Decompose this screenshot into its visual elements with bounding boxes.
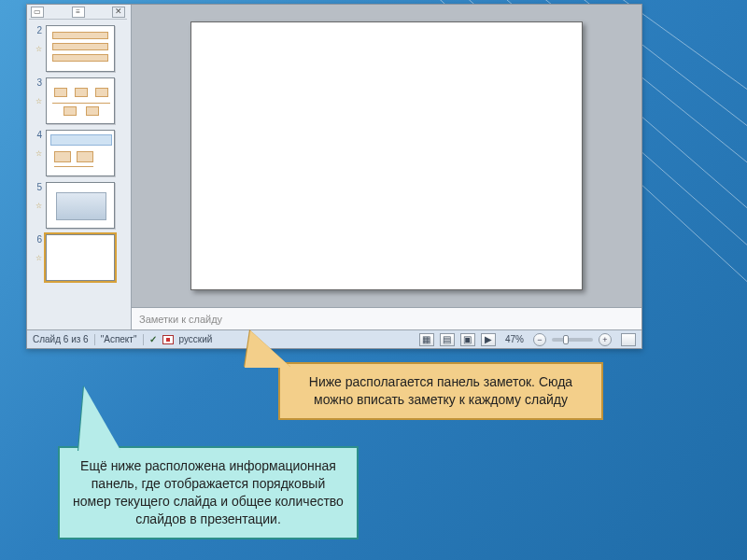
thumb-number: 3 xyxy=(29,77,42,88)
thumbnail-row-6[interactable]: 6 ☆ xyxy=(29,234,127,281)
zoom-slider[interactable] xyxy=(552,338,593,342)
zoom-slider-knob[interactable] xyxy=(563,335,569,344)
statusbar-callout-text: Ещё ниже расположена информационная пане… xyxy=(73,458,344,526)
thumbnail-row-5[interactable]: 5 ☆ xyxy=(29,182,127,229)
separator xyxy=(94,334,95,345)
language-icon[interactable] xyxy=(162,335,174,344)
separator xyxy=(143,334,144,345)
view-normal-button[interactable]: ▦ xyxy=(419,333,434,346)
animation-star-icon: ☆ xyxy=(35,254,42,262)
notes-callout: Ниже располагается панель заметок. Сюда … xyxy=(278,362,603,420)
statusbar-callout: Ещё ниже расположена информационная пане… xyxy=(58,446,359,539)
notes-placeholder-text: Заметки к слайду xyxy=(139,314,222,325)
notes-callout-text: Ниже располагается панель заметок. Сюда … xyxy=(309,374,572,407)
status-bar: Слайд 6 из 6 "Аспект" ✓ русский ▦ ▤ ▣ ▶ … xyxy=(27,329,641,348)
slide-thumbnail-selected[interactable] xyxy=(46,234,115,281)
view-slideshow-button[interactable]: ▶ xyxy=(481,333,496,346)
zoom-in-button[interactable]: + xyxy=(599,333,612,346)
thumb-number: 5 xyxy=(29,182,42,192)
slide-stage[interactable] xyxy=(132,5,641,307)
thumbnail-row-3[interactable]: 3 ☆ xyxy=(29,77,127,124)
slide-thumbnail[interactable] xyxy=(46,182,115,229)
zoom-out-button[interactable]: − xyxy=(533,333,546,346)
thumbnail-row-2[interactable]: 2 ☆ xyxy=(29,25,127,72)
language-name[interactable]: русский xyxy=(179,334,213,344)
slide-thumbnail[interactable] xyxy=(46,77,115,124)
zoom-percent[interactable]: 47% xyxy=(505,334,524,344)
animation-star-icon: ☆ xyxy=(35,97,42,105)
workspace: ▭ ≡ ✕ 2 ☆ 3 ☆ xyxy=(27,5,641,329)
thumb-number: 4 xyxy=(29,130,42,140)
thumbnail-pane[interactable]: ▭ ≡ ✕ 2 ☆ 3 ☆ xyxy=(27,5,132,329)
slides-tab-icon[interactable]: ▭ xyxy=(31,7,44,18)
theme-name: "Аспект" xyxy=(101,334,137,344)
slide-counter: Слайд 6 из 6 xyxy=(33,334,89,344)
callout-tail-icon xyxy=(78,386,121,452)
slide-thumbnail[interactable] xyxy=(46,25,115,72)
thumbnail-row-4[interactable]: 4 ☆ xyxy=(29,130,127,176)
powerpoint-window: ▭ ≡ ✕ 2 ☆ 3 ☆ xyxy=(26,4,642,349)
close-pane-button[interactable]: ✕ xyxy=(112,7,125,18)
slide-thumbnail[interactable] xyxy=(46,130,115,176)
thumbnail-pane-header: ▭ ≡ ✕ xyxy=(29,7,127,20)
callout-tail-icon xyxy=(245,330,291,368)
fit-to-window-button[interactable] xyxy=(621,333,636,346)
slide-edit-area: Заметки к слайду xyxy=(132,5,641,329)
animation-star-icon: ☆ xyxy=(35,45,42,53)
outline-tab-icon[interactable]: ≡ xyxy=(72,7,85,18)
slide-canvas[interactable] xyxy=(190,21,583,290)
view-sorter-button[interactable]: ▤ xyxy=(440,333,455,346)
thumb-number: 6 xyxy=(29,234,42,245)
spellcheck-icon[interactable]: ✓ xyxy=(149,334,157,344)
view-reading-button[interactable]: ▣ xyxy=(460,333,475,346)
animation-star-icon: ☆ xyxy=(35,202,42,210)
notes-pane[interactable]: Заметки к слайду xyxy=(132,307,641,329)
thumb-number: 2 xyxy=(29,25,42,35)
animation-star-icon: ☆ xyxy=(35,149,42,158)
